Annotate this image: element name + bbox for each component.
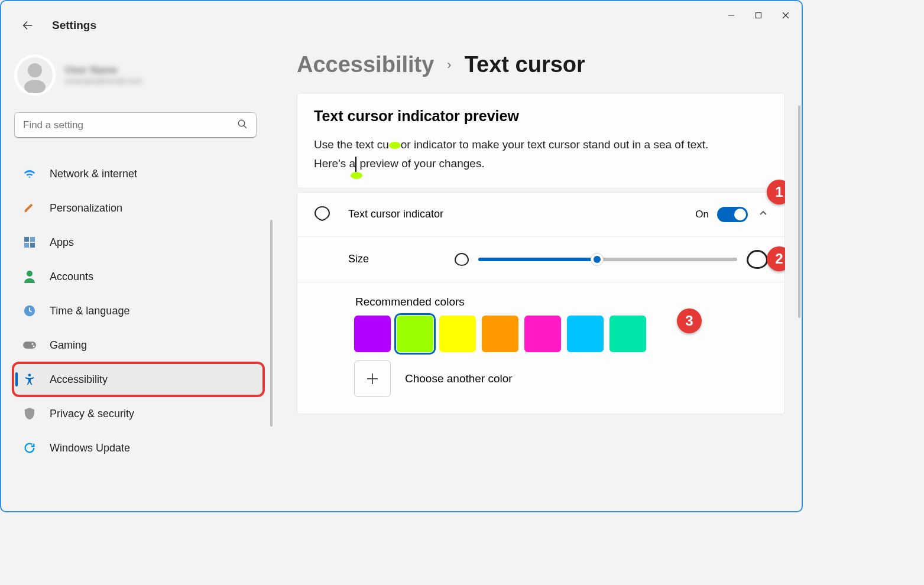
minimize-button[interactable]	[718, 4, 745, 27]
wifi-icon	[22, 167, 37, 181]
colors-label: Recommended colors	[355, 295, 768, 308]
indicator-toggle[interactable]	[717, 207, 748, 222]
color-swatches	[354, 316, 768, 352]
breadcrumb-current: Text cursor	[465, 52, 585, 77]
annotation-3: 3	[677, 308, 702, 333]
user-email: example@email.com	[65, 76, 142, 86]
user-info: User Name example@email.com	[65, 64, 142, 86]
cursor-bottom-indicator	[351, 172, 362, 179]
svg-rect-12	[24, 243, 29, 248]
sidebar-nav: Network & internetPersonalizationAppsAcc…	[14, 158, 262, 463]
sidebar-item-accessibility[interactable]: Accessibility	[14, 364, 262, 395]
shield-icon	[22, 407, 37, 421]
sidebar-item-label: Network & internet	[50, 168, 137, 180]
accessibility-icon	[22, 372, 37, 386]
search-icon	[237, 119, 248, 132]
apps-icon	[22, 235, 37, 249]
sidebar-item-label: Windows Update	[50, 442, 130, 454]
colors-section: Recommended colors Choose another color …	[297, 282, 784, 414]
breadcrumb: Accessibility › Text cursor	[297, 52, 785, 77]
slider-thumb[interactable]	[591, 253, 604, 266]
sidebar-scrollbar[interactable]	[270, 220, 273, 427]
main-scrollbar[interactable]	[798, 105, 800, 318]
user-profile[interactable]: User Name example@email.com	[14, 54, 262, 96]
chevron-right-icon: ›	[447, 57, 451, 73]
sidebar-item-label: Gaming	[50, 339, 87, 352]
svg-line-9	[244, 125, 247, 128]
svg-rect-16	[23, 342, 36, 349]
breadcrumb-parent[interactable]: Accessibility	[297, 52, 434, 77]
preview-card: Text cursor indicator preview Use the te…	[297, 93, 785, 188]
sidebar-item-accounts[interactable]: Accounts	[14, 261, 262, 292]
size-slider-wrap	[455, 250, 768, 269]
settings-card: Text cursor indicator On 1 Size	[297, 192, 785, 414]
app-title: Settings	[52, 19, 96, 32]
sidebar-item-time-language[interactable]: Time & language	[14, 295, 262, 326]
sidebar-item-label: Personalization	[50, 202, 122, 214]
settings-window: Settings User Name example@email.com Net…	[0, 0, 803, 512]
gamepad-icon	[22, 338, 37, 352]
indicator-label: Text cursor indicator	[348, 208, 695, 220]
annotation-1: 1	[767, 180, 785, 204]
color-swatch-1[interactable]	[397, 316, 433, 352]
chevron-up-icon[interactable]	[758, 209, 768, 220]
search-box[interactable]	[14, 112, 257, 138]
preview-heading: Text cursor indicator preview	[314, 108, 768, 125]
sidebar-item-network-internet[interactable]: Network & internet	[14, 158, 262, 189]
cursor-top-indicator	[389, 142, 401, 149]
size-slider[interactable]	[478, 258, 737, 261]
color-swatch-0[interactable]	[354, 316, 391, 352]
person-icon	[22, 269, 37, 284]
update-icon	[22, 441, 37, 455]
annotation-2: 2	[767, 246, 785, 271]
maximize-button[interactable]	[745, 4, 772, 27]
svg-rect-10	[24, 237, 29, 242]
sidebar-item-label: Accounts	[50, 271, 93, 283]
sidebar: User Name example@email.com Network & in…	[14, 54, 262, 463]
window-titlebar	[1, 1, 802, 30]
close-button[interactable]	[772, 4, 799, 27]
color-swatch-2[interactable]	[439, 316, 476, 352]
text-caret	[355, 157, 356, 172]
indicator-row[interactable]: Text cursor indicator On 1	[297, 193, 784, 236]
svg-rect-11	[30, 237, 35, 242]
svg-point-18	[33, 346, 35, 347]
svg-rect-13	[30, 243, 35, 248]
svg-point-14	[27, 271, 33, 277]
clock-icon	[22, 304, 37, 318]
choose-color-button[interactable]	[354, 360, 391, 397]
search-input[interactable]	[23, 119, 237, 131]
user-name: User Name	[65, 64, 142, 76]
size-label: Size	[348, 253, 455, 265]
sidebar-item-personalization[interactable]: Personalization	[14, 193, 262, 223]
sidebar-item-gaming[interactable]: Gaming	[14, 330, 262, 360]
size-min-icon	[455, 253, 469, 266]
svg-rect-1	[756, 13, 761, 18]
svg-point-6	[28, 63, 42, 77]
size-row: Size 2	[297, 236, 784, 282]
indicator-state: On	[695, 209, 709, 220]
sidebar-item-windows-update[interactable]: Windows Update	[14, 433, 262, 463]
color-swatch-6[interactable]	[609, 316, 646, 352]
indicator-icon	[314, 206, 335, 223]
sidebar-item-apps[interactable]: Apps	[14, 227, 262, 258]
choose-color-label: Choose another color	[405, 372, 513, 385]
sidebar-item-label: Privacy & security	[50, 408, 134, 420]
svg-point-8	[238, 120, 245, 126]
header: Settings	[18, 15, 96, 35]
avatar	[14, 54, 56, 96]
back-button[interactable]	[18, 15, 38, 35]
color-swatch-3[interactable]	[482, 316, 518, 352]
brush-icon	[22, 201, 37, 215]
sidebar-item-label: Time & language	[50, 305, 129, 317]
size-max-icon	[747, 250, 768, 269]
sidebar-item-label: Accessibility	[50, 373, 108, 386]
preview-text: Use the text cuor indicator to make your…	[314, 135, 728, 174]
color-swatch-5[interactable]	[567, 316, 604, 352]
main-content: Accessibility › Text cursor Text cursor …	[297, 52, 785, 504]
svg-point-17	[32, 343, 34, 345]
color-swatch-4[interactable]	[524, 316, 561, 352]
sidebar-item-privacy-security[interactable]: Privacy & security	[14, 398, 262, 429]
svg-point-19	[28, 373, 31, 376]
sidebar-item-label: Apps	[50, 236, 74, 249]
